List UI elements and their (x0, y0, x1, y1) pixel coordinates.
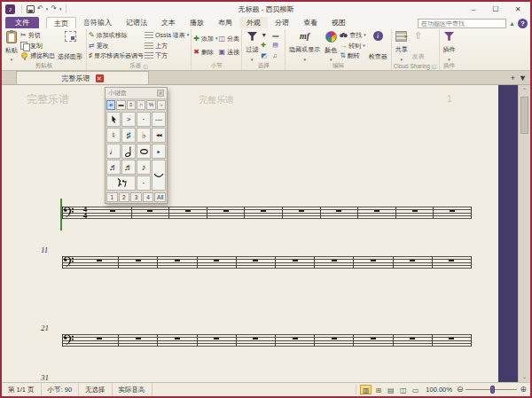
keypad-button-tie[interactable] (152, 160, 166, 191)
measure[interactable] (158, 334, 197, 347)
whole-rest[interactable] (293, 338, 298, 340)
undo-icon[interactable]: ↶ (37, 4, 43, 13)
selection-tool-icon-2[interactable]: ✚ (261, 42, 271, 49)
panorama-view-icon[interactable]: ▭ (410, 385, 421, 394)
ribbon-tab-8[interactable]: 查看 (296, 17, 325, 28)
keypad-button-cursor[interactable] (106, 112, 121, 127)
capture-idea-button[interactable]: 捕捉构思 (20, 51, 55, 59)
keypad-button-eighth-note[interactable]: ♪ (137, 160, 151, 175)
scroll-up-icon[interactable]: ⌃ (519, 85, 530, 96)
ribbon-tab-4[interactable]: 播放 (183, 17, 211, 28)
whole-rest[interactable] (412, 210, 418, 213)
measure[interactable] (80, 256, 119, 269)
hide-show-button[interactable]: mf 隐藏或显示 ▾ (287, 29, 322, 61)
whole-rest[interactable] (136, 260, 141, 262)
staff-system-2[interactable] (62, 256, 472, 269)
plugins-button[interactable]: 插件 ▾ (442, 29, 458, 61)
keypad-button-tenuto[interactable]: — (152, 112, 166, 127)
whole-rest[interactable] (299, 210, 304, 213)
minimize-button[interactable]: – (463, 4, 484, 15)
collapse-ribbon-icon[interactable]: ▲ (509, 19, 515, 28)
scroll-down-icon[interactable]: ⌄ (519, 371, 530, 382)
keypad-tab-more-notes[interactable]: ▬ (116, 100, 125, 110)
whole-rest[interactable] (136, 338, 141, 340)
find-button[interactable]: 查找 ▾ (340, 31, 366, 39)
whole-rest[interactable] (185, 210, 191, 213)
undo-dropdown-icon[interactable]: ▾ (46, 6, 49, 12)
share-button[interactable]: 共享 ▾ (394, 29, 410, 61)
close-tab-icon[interactable]: ✕ (96, 74, 104, 82)
whole-rest[interactable] (97, 338, 102, 340)
ribbon-tab-2[interactable]: 记谱法 (119, 17, 154, 28)
ribbon-tab-9[interactable]: 视图 (325, 17, 353, 28)
whole-rest[interactable] (336, 210, 341, 213)
whole-rest[interactable] (110, 210, 115, 213)
whole-rest[interactable] (175, 260, 180, 262)
measure[interactable] (434, 207, 472, 219)
zoom-slider-thumb[interactable] (490, 386, 495, 394)
keypad-button-natural[interactable]: ♮ (106, 128, 121, 143)
whole-rest[interactable] (332, 338, 337, 340)
add-bar-button[interactable]: ✚ 添加 ▾ (193, 35, 217, 43)
measure[interactable] (169, 207, 207, 219)
whole-rest[interactable] (371, 260, 376, 262)
score-area[interactable]: 完整乐谱 完整乐谱 1 44112131 ⌃ ⌄ 小键盘 ✕ o▬≡∩%♭ >·… (2, 85, 530, 382)
show-transposing-key-button[interactable]: ♯ 显示移调乐器调号 (89, 51, 144, 59)
ribbon-tab-1[interactable]: 音符输入 (76, 17, 119, 28)
grid-view-icon[interactable]: ⊞ (372, 385, 384, 394)
flip-button[interactable]: ⇅ 翻转 (340, 51, 366, 59)
ribbon-tab-0[interactable]: 主页 (46, 17, 76, 28)
staff-below-button[interactable]: 下方 (145, 51, 189, 59)
dialog-launcher-icon[interactable]: ◱ (143, 63, 148, 69)
keypad-button-flag[interactable]: ▸ (152, 144, 166, 159)
whole-rest[interactable] (97, 260, 102, 262)
staff-system-3[interactable] (62, 334, 472, 347)
filter-button[interactable]: 过滤 ▾ (244, 29, 260, 61)
measure[interactable] (94, 207, 132, 219)
vertical-scrollbar[interactable]: ⌃ ⌄ (518, 85, 530, 382)
keypad-button-sixteenth-note[interactable]: ♬ (121, 160, 136, 175)
selection-tool-icon-4[interactable]: ◩ (261, 52, 271, 59)
whole-rest[interactable] (261, 210, 266, 213)
measure[interactable] (354, 334, 393, 347)
keypad-button-flat[interactable]: ♭ (137, 128, 151, 143)
keypad-voice-All[interactable]: All (154, 192, 166, 202)
keypad-button-whole-note[interactable] (137, 144, 151, 159)
keypad-button-rewind[interactable]: ◀◀ (152, 128, 166, 143)
tab-file[interactable]: 文件 (5, 17, 39, 28)
keypad-tab-articulations[interactable]: ∩ (137, 100, 145, 110)
measure[interactable] (315, 256, 354, 269)
color-button[interactable]: 颜色 ▾ (323, 29, 339, 61)
keypad-button-quarter-note[interactable]: ♩ (106, 144, 121, 159)
whole-rest[interactable] (223, 210, 229, 213)
measure[interactable] (276, 256, 315, 269)
staff-above-button[interactable]: 上方 (145, 42, 189, 50)
zoom-slider[interactable] (466, 389, 517, 390)
paste-button[interactable]: 粘贴 ▾ (4, 29, 20, 61)
keypad-button-staccato[interactable]: · (137, 112, 151, 127)
whole-rest[interactable] (371, 338, 376, 340)
selection-tool-icon-5[interactable]: ♫ (272, 52, 283, 59)
keypad-tab-accidentals[interactable]: ♭ (157, 100, 166, 110)
measure[interactable] (245, 207, 283, 219)
whole-rest[interactable] (332, 260, 337, 262)
measure[interactable] (276, 334, 315, 347)
dialog-launcher-icon[interactable]: ◱ (432, 63, 437, 69)
whole-rest[interactable] (253, 338, 258, 340)
save-icon[interactable] (27, 5, 35, 13)
delete-bar-button[interactable]: ✖ 删除 (193, 48, 217, 56)
maximize-button[interactable]: ☐ (485, 4, 506, 15)
keypad-title-bar[interactable]: 小键盘 ✕ (106, 88, 167, 99)
measure[interactable] (237, 334, 276, 347)
whole-rest[interactable] (253, 260, 258, 262)
keypad-button-thirtysecond-note[interactable]: ♬ (106, 160, 121, 175)
keypad-voice-3[interactable]: 3 (130, 192, 142, 202)
measure[interactable] (283, 207, 321, 219)
scrollbar-thumb[interactable] (520, 97, 528, 134)
selection-tool-icon-1[interactable]: ▬ (272, 32, 283, 39)
pages-horizontal-view-icon[interactable]: ▤ (385, 385, 396, 394)
keypad-button-sharp[interactable]: ♯ (121, 128, 136, 143)
redo-dropdown-icon[interactable]: ▾ (59, 6, 62, 12)
ribbon-tab-7[interactable]: 分谱 (268, 17, 296, 28)
whole-rest[interactable] (449, 338, 454, 340)
